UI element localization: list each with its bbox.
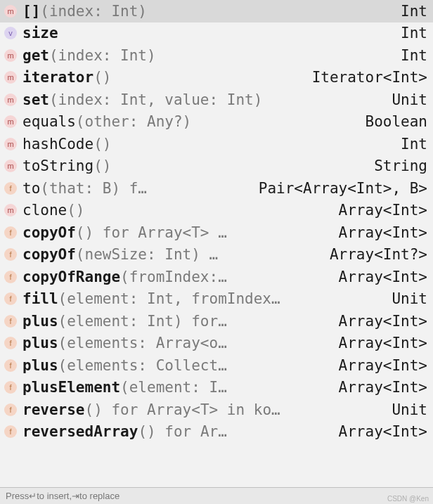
item-params: (elements: Collect… (58, 357, 227, 374)
item-params: (fromIndex:… (120, 269, 227, 285)
variable-icon: v (4, 27, 17, 39)
function-icon: f (4, 248, 17, 261)
footer-hint: Press ↵ to insert, ⇥ to replace (0, 487, 433, 504)
item-return-type: String (374, 157, 427, 174)
function-icon: f (4, 226, 17, 239)
function-icon: f (4, 182, 17, 195)
item-name: plusElement (22, 379, 120, 396)
completion-item[interactable]: fcopyOfRange(fromIndex:…Array<Int> (0, 266, 433, 288)
item-params: (element: I… (120, 379, 227, 396)
completion-item[interactable]: fplus(elements: Array<o…Array<Int> (0, 332, 433, 355)
item-params: (index: Int) (40, 3, 147, 20)
completion-item[interactable]: miterator()Iterator<Int> (0, 67, 433, 89)
item-return-type: Int (401, 25, 427, 41)
completion-item[interactable]: mclone()Array<Int> (0, 200, 433, 222)
item-name: iterator (22, 69, 93, 86)
item-signature: plusElement(element: I… (22, 379, 332, 396)
item-signature: [](index: Int) (22, 3, 394, 20)
item-signature: plus(element: Int) for… (22, 313, 332, 330)
item-signature: get(index: Int) (22, 47, 394, 64)
item-name: equals (22, 113, 76, 130)
method-icon: m (4, 5, 17, 18)
enter-icon: ↵ (29, 491, 37, 501)
item-return-type: Unit (392, 290, 427, 307)
function-icon: f (4, 292, 17, 305)
item-name: clone (22, 202, 67, 219)
footer-to-insert: to insert, (37, 491, 72, 501)
item-params: (index: Int, value: Int) (49, 91, 262, 108)
item-name: size (22, 25, 58, 41)
item-return-type: Unit (392, 91, 427, 108)
item-return-type: Array<Int> (339, 335, 427, 351)
item-name: plus (22, 313, 58, 330)
item-signature: toString() (22, 157, 367, 174)
item-signature: copyOfRange(fromIndex:… (22, 269, 332, 285)
item-return-type: Array<Int> (339, 357, 427, 374)
completion-item[interactable]: fto(that: B) f…Pair<Array<Int>, B> (0, 177, 433, 200)
item-return-type: Array<Int?> (330, 246, 427, 263)
completion-item[interactable]: mtoString()String (0, 155, 433, 178)
item-name: set (22, 91, 49, 108)
item-name: [] (22, 3, 40, 20)
footer-press: Press (6, 491, 29, 501)
completion-item[interactable]: fplus(element: Int) for…Array<Int> (0, 310, 433, 332)
completion-item[interactable]: freverse() for Array<T> in ko…Unit (0, 399, 433, 421)
item-params: (other: Any?) (76, 113, 191, 130)
completion-item[interactable]: mget(index: Int)Int (0, 44, 433, 67)
function-icon: f (4, 403, 17, 416)
completion-item[interactable]: ffill(element: Int, fromIndex…Unit (0, 288, 433, 311)
item-signature: fill(element: Int, fromIndex… (22, 290, 384, 307)
item-return-type: Iterator<Int> (312, 69, 427, 86)
function-icon: f (4, 315, 17, 328)
completion-item[interactable]: fplus(elements: Collect…Array<Int> (0, 354, 433, 377)
tab-icon: ⇥ (72, 491, 79, 501)
item-signature: to(that: B) f… (22, 180, 252, 197)
item-return-type: Int (401, 47, 427, 64)
method-icon: m (4, 49, 17, 62)
completion-item[interactable]: freversedArray() for Ar…Array<Int> (0, 421, 433, 444)
completion-popup[interactable]: m[](index: Int)IntvsizeIntmget(index: In… (0, 0, 433, 487)
item-signature: copyOf() for Array<T> … (22, 224, 332, 241)
item-signature: plus(elements: Collect… (22, 357, 332, 374)
item-signature: plus(elements: Array<o… (22, 335, 332, 351)
item-params: (newSize: Int) … (76, 246, 218, 263)
item-signature: hashCode() (22, 136, 394, 153)
completion-item[interactable]: mset(index: Int, value: Int)Unit (0, 89, 433, 111)
item-signature: equals(other: Any?) (22, 113, 358, 130)
method-icon: m (4, 160, 17, 172)
function-icon: f (4, 359, 17, 372)
item-name: plus (22, 335, 58, 351)
item-return-type: Array<Int> (339, 313, 427, 330)
item-params: (element: Int, fromIndex… (58, 290, 280, 307)
item-return-type: Array<Int> (339, 202, 427, 219)
item-signature: copyOf(newSize: Int) … (22, 246, 323, 263)
completion-item[interactable]: m[](index: Int)Int (0, 0, 433, 22)
item-return-type: Int (401, 3, 427, 20)
item-params: () for Array<T> in ko… (85, 401, 280, 418)
completion-item[interactable]: vsizeInt (0, 22, 433, 45)
item-signature: clone() (22, 202, 332, 219)
item-name: copyOf (22, 246, 76, 263)
item-params: () for Array<T> … (76, 224, 227, 241)
item-name: reversedArray (22, 423, 138, 440)
item-params: (index: Int) (49, 47, 156, 64)
completion-item[interactable]: mhashCode()Int (0, 133, 433, 155)
function-icon: f (4, 271, 17, 283)
item-name: copyOf (22, 224, 76, 241)
item-name: hashCode (22, 136, 93, 153)
item-return-type: Unit (392, 401, 427, 418)
item-return-type: Array<Int> (339, 423, 427, 440)
method-icon: m (4, 71, 17, 84)
completion-item[interactable]: fcopyOf(newSize: Int) …Array<Int?> (0, 244, 433, 266)
item-signature: reverse() for Array<T> in ko… (22, 401, 384, 418)
item-signature: set(index: Int, value: Int) (22, 91, 384, 108)
completion-item[interactable]: fplusElement(element: I…Array<Int> (0, 377, 433, 399)
item-signature: iterator() (22, 69, 305, 86)
item-name: toString (22, 157, 93, 174)
method-icon: m (4, 138, 17, 150)
item-params: (elements: Array<o… (58, 335, 227, 351)
item-name: reverse (22, 401, 85, 418)
completion-item[interactable]: mequals(other: Any?)Boolean (0, 111, 433, 134)
completion-item[interactable]: fcopyOf() for Array<T> …Array<Int> (0, 221, 433, 244)
function-icon: f (4, 381, 17, 394)
